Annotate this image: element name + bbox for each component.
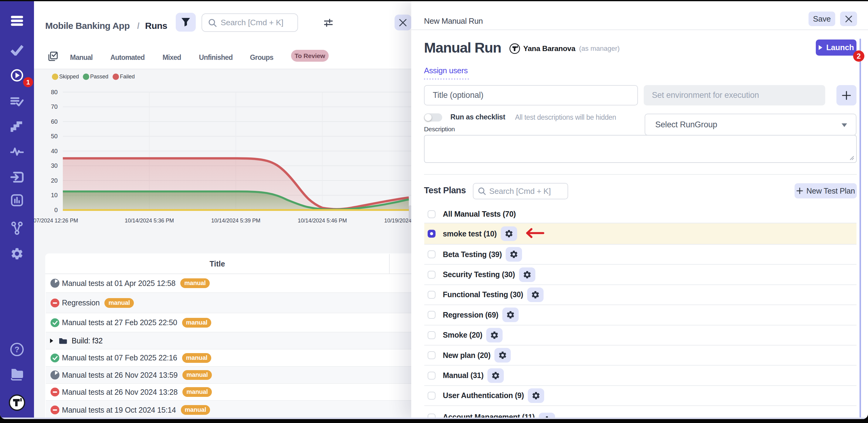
svg-text:?: ? (14, 345, 20, 354)
